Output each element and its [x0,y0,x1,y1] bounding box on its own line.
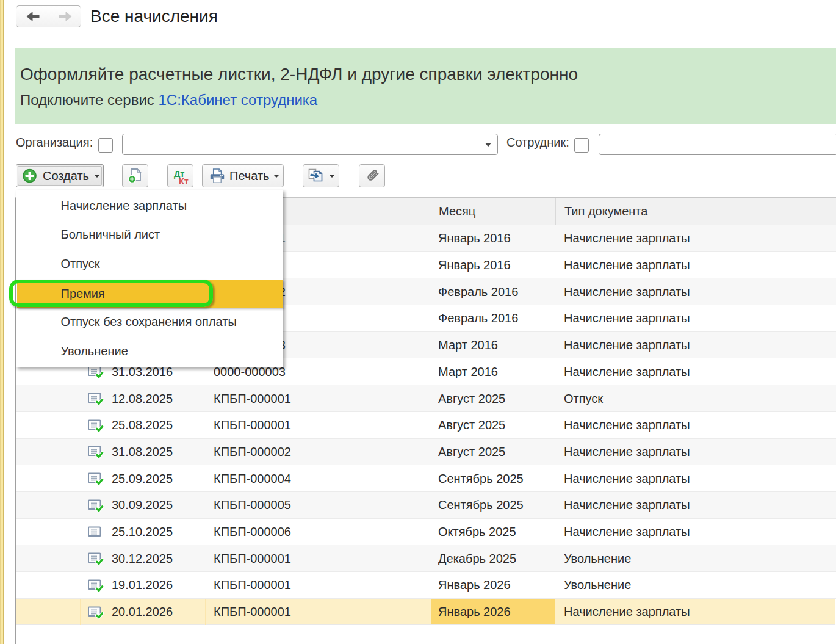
svg-text:Кт: Кт [179,176,189,186]
